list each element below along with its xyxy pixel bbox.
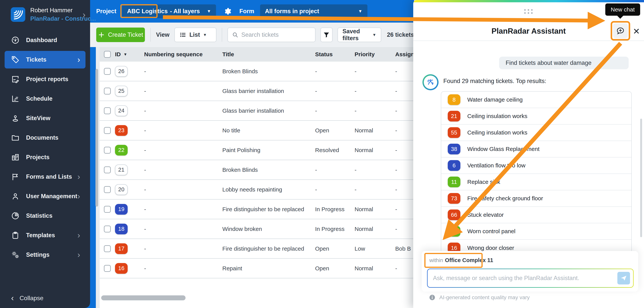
account-switcher[interactable]: Robert Hammer PlanRadar - Construc... › — [0, 0, 90, 28]
ticket-id-badge: 24 — [115, 105, 128, 116]
table-row[interactable]: 24 - Glass barrier installation - - - — [100, 101, 433, 121]
row-checkbox[interactable] — [104, 265, 111, 272]
list-icon — [180, 31, 186, 38]
sidebar-item[interactable]: Projects › — [4, 149, 86, 166]
result-row[interactable]: 11 Replace sink — [441, 174, 631, 190]
create-ticket-button[interactable]: Create Ticket — [96, 27, 145, 42]
ticket-id-badge: 18 — [115, 224, 128, 234]
result-row[interactable]: 38 Window Glass Replacement — [441, 141, 631, 157]
sidebar-item[interactable]: Schedule › — [4, 90, 86, 108]
cell-numbering: - — [144, 245, 222, 252]
result-row[interactable]: 8 Water damage ceiling — [441, 92, 631, 108]
horizontal-scrollbar[interactable] — [101, 295, 186, 300]
cell-status: In Progress — [315, 206, 354, 213]
col-status[interactable]: Status — [315, 51, 354, 58]
collapse-button[interactable]: ‹ Collapse — [11, 294, 44, 303]
result-id-badge: 73 — [448, 193, 460, 204]
saved-filters-select[interactable]: Saved filters ▼ — [338, 27, 381, 42]
col-id[interactable]: ID — [115, 51, 121, 58]
row-checkbox[interactable] — [104, 245, 111, 252]
sidebar-item[interactable]: Forms and Lists › — [4, 168, 86, 185]
cell-numbering: - — [144, 68, 222, 75]
cell-title: Window broken — [222, 226, 315, 232]
table-row[interactable]: 22 - Paint Polishing Resolved Normal - — [100, 141, 433, 160]
col-priority[interactable]: Priority — [354, 51, 395, 58]
table-row[interactable]: 23 - No title Open Normal - — [100, 121, 433, 141]
table-row[interactable]: 21 - Broken Blinds - - - — [100, 160, 433, 180]
tickets-toolbar: Create Ticket View List ▼ Saved filters … — [90, 22, 414, 47]
filter-button[interactable] — [320, 27, 332, 42]
sidebar-item[interactable]: SiteView › — [4, 109, 86, 127]
search-icon — [232, 31, 238, 38]
table-row[interactable]: 26 - Broken Blinds - - - — [100, 62, 433, 81]
tickets-table: ID ▼ Numbering sequence Title Status Pri… — [100, 47, 433, 308]
result-row[interactable]: 73 Fire safety check ground floor — [441, 190, 631, 207]
row-checkbox[interactable] — [104, 186, 111, 193]
project-select[interactable]: ABC Logistics - All layers ▼ — [122, 4, 216, 18]
sidebar-item[interactable]: Settings › — [4, 246, 86, 264]
row-checkbox[interactable] — [104, 107, 111, 114]
caret-down-icon: ▼ — [203, 33, 207, 37]
result-title: Window Glass Replacement — [467, 146, 540, 152]
sidebar-item[interactable]: User Management › — [4, 187, 86, 205]
sidebar-nav: Dashboard › Tickets › Project reports › … — [0, 31, 90, 264]
context-chip[interactable]: withinOffice Complex 11 — [429, 257, 493, 263]
row-checkbox[interactable] — [104, 206, 111, 213]
col-title[interactable]: Title — [222, 51, 315, 58]
sidebar-item[interactable]: Tickets › — [4, 51, 86, 68]
select-all-checkbox[interactable] — [104, 51, 111, 58]
table-row[interactable]: 25 - Glass barrier installation - - - — [100, 81, 433, 101]
table-row[interactable]: 19 - Fire distinguisher to be replaced I… — [100, 199, 433, 219]
vertical-scrollbar[interactable] — [96, 69, 98, 207]
sidebar-item[interactable]: Dashboard › — [4, 31, 86, 49]
view-select[interactable]: List ▼ — [174, 27, 216, 42]
row-checkbox[interactable] — [104, 88, 111, 95]
sort-desc-icon[interactable]: ▼ — [124, 52, 127, 57]
row-checkbox[interactable] — [104, 68, 111, 75]
result-row[interactable]: 4 Worn control panel — [441, 223, 631, 240]
result-row[interactable]: 55 Ceiling insulation works — [441, 125, 631, 141]
assistant-input[interactable] — [433, 275, 617, 282]
cell-numbering: - — [144, 108, 222, 114]
search-tickets-box[interactable] — [228, 27, 316, 42]
collapse-label: Collapse — [20, 295, 44, 302]
new-chat-tooltip-label: New chat — [611, 6, 634, 13]
close-panel-icon[interactable]: ✕ — [633, 26, 640, 36]
result-title: Fire safety check ground floor — [467, 195, 543, 202]
send-button[interactable] — [617, 272, 630, 285]
sidebar-item[interactable]: Statistics › — [4, 207, 86, 225]
cell-priority: Normal — [354, 265, 395, 272]
result-title: Water damage ceiling — [467, 96, 523, 103]
drag-handle[interactable] — [524, 9, 533, 14]
sidebar-item-label: Statistics — [26, 212, 78, 219]
row-checkbox[interactable] — [104, 127, 111, 134]
sidebar-item[interactable]: Templates › — [4, 226, 86, 244]
sidebar-item[interactable]: Project reports › — [4, 70, 86, 88]
table-row[interactable]: 18 - Window broken In Progress Normal - — [100, 219, 433, 239]
col-numbering[interactable]: Numbering sequence — [144, 51, 222, 58]
context-value: Office Complex 11 — [445, 257, 493, 263]
sidebar-item[interactable]: Documents › — [4, 129, 86, 147]
new-chat-button[interactable] — [613, 23, 628, 38]
row-checkbox[interactable] — [104, 147, 111, 154]
search-input[interactable] — [241, 31, 311, 38]
planradar-logo-icon — [11, 7, 25, 22]
sidebar-item-icon — [11, 192, 20, 200]
cell-priority: - — [354, 167, 395, 173]
table-row[interactable]: 17 - Fire distinguisher to be replaced O… — [100, 239, 433, 259]
divider — [150, 28, 151, 42]
form-select[interactable]: All forms in project ▼ — [260, 4, 368, 18]
chevron-left-icon: ‹ — [11, 294, 14, 303]
result-row[interactable]: 6 Ventilation flow too low — [441, 157, 631, 174]
sidebar-item-icon — [11, 153, 20, 161]
row-checkbox[interactable] — [104, 166, 111, 173]
info-icon — [429, 294, 436, 301]
assistant-avatar — [422, 74, 438, 90]
table-row[interactable]: 20 - Lobby needs repainting - - - — [100, 180, 433, 199]
table-row[interactable]: 16 - Repaint Open Normal - — [100, 259, 433, 278]
panel-scrollbar[interactable] — [640, 119, 642, 237]
project-settings-gear-icon[interactable] — [223, 6, 233, 16]
result-row[interactable]: 66 Stuck elevator — [441, 207, 631, 223]
result-row[interactable]: 21 Ceiling insulation works — [441, 108, 631, 125]
row-checkbox[interactable] — [104, 226, 111, 232]
